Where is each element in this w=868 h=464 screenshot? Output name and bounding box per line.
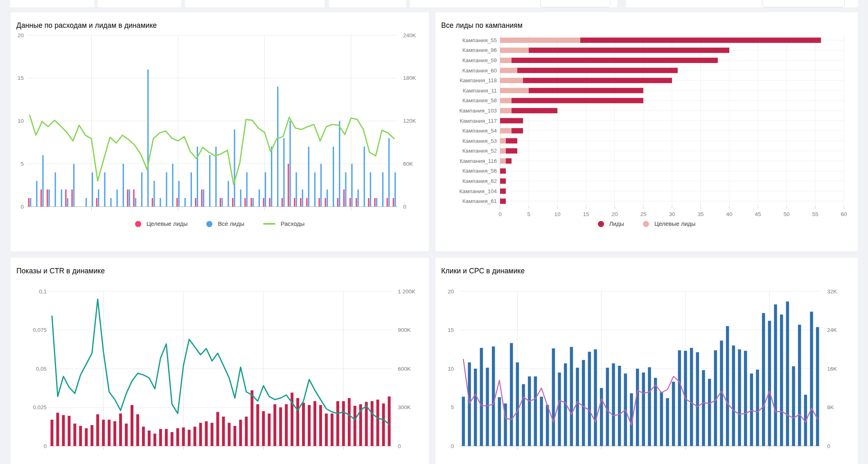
bar: [774, 304, 777, 446]
hbar-chart-leads-by-campaign: 051015202530354045505560Кампания_55Кампа…: [435, 12, 858, 251]
bar: [546, 405, 549, 446]
svg-text:24K: 24K: [827, 327, 837, 333]
bar-segment: [517, 68, 678, 73]
bar: [522, 384, 525, 446]
legend-item[interactable]: Расходы: [263, 221, 304, 227]
bar: [294, 198, 295, 207]
svg-text:60K: 60K: [403, 161, 413, 167]
bar-segment: [500, 108, 512, 113]
bar-segment: [500, 138, 506, 144]
bar: [726, 326, 729, 446]
svg-text:0: 0: [451, 443, 454, 449]
svg-text:35: 35: [697, 211, 703, 217]
bar: [68, 416, 70, 446]
legend-label: Все лиды: [218, 221, 244, 227]
bar: [708, 379, 711, 446]
chart-card-clicks-cpc: Клики и CPC в динамике 2032K1524K1016K58…: [435, 258, 858, 464]
bar: [178, 181, 180, 207]
bar: [480, 348, 483, 446]
bar-segment: [500, 148, 506, 153]
legend-item[interactable]: Все лиды: [206, 221, 244, 227]
svg-text:40: 40: [726, 211, 732, 217]
legend-item[interactable]: Целевые лиды: [135, 221, 188, 227]
svg-text:25: 25: [640, 211, 646, 217]
svg-text:5: 5: [20, 161, 24, 167]
bar: [337, 198, 338, 207]
svg-text:600K: 600K: [398, 366, 411, 372]
bar-segment: [500, 58, 512, 63]
bar: [319, 405, 322, 446]
bar: [660, 392, 663, 446]
bar: [582, 360, 585, 446]
category-label: Кампания_56: [462, 168, 497, 174]
svg-text:240K: 240K: [403, 32, 416, 38]
bar: [62, 415, 65, 446]
bar: [672, 382, 675, 446]
bar: [268, 414, 271, 446]
bar: [48, 189, 50, 207]
bar: [85, 428, 88, 446]
bar: [259, 189, 260, 207]
bar: [228, 423, 230, 446]
category-label: Кампания_11: [463, 88, 497, 94]
bar: [558, 372, 561, 446]
svg-text:15: 15: [18, 75, 24, 81]
svg-text:8K: 8K: [827, 404, 834, 410]
bar-segment: [529, 47, 729, 53]
bar-segment: [500, 158, 506, 164]
bar: [702, 370, 705, 446]
bar: [73, 423, 76, 446]
bar: [153, 181, 155, 207]
legend-item[interactable]: Лиды: [598, 221, 625, 227]
bar: [199, 423, 202, 446]
bar: [786, 302, 789, 446]
svg-text:0,1: 0,1: [39, 288, 47, 295]
bar: [239, 420, 242, 446]
bar: [351, 164, 352, 207]
svg-text:10: 10: [554, 211, 560, 217]
chart-legend: ЛидыЦелевые лиды: [435, 221, 858, 227]
svg-text:900K: 900K: [398, 327, 411, 333]
svg-text:0,05: 0,05: [36, 366, 47, 372]
bar: [160, 198, 161, 207]
bar-segment: [500, 68, 517, 73]
bar: [262, 411, 265, 446]
svg-text:20: 20: [448, 288, 454, 295]
bar: [86, 198, 87, 207]
bar: [96, 414, 99, 446]
bar: [285, 404, 288, 446]
bar-segment: [512, 128, 523, 133]
legend-label: Целевые лиды: [654, 221, 696, 227]
bar: [370, 172, 371, 207]
bar: [570, 347, 573, 446]
bar: [798, 325, 801, 446]
svg-text:0,025: 0,025: [33, 404, 47, 410]
bar: [295, 172, 297, 207]
svg-text:5: 5: [451, 404, 454, 410]
bar: [354, 406, 356, 446]
svg-text:15: 15: [583, 211, 589, 217]
filter-select[interactable]: [762, 0, 845, 7]
chart-card-impressions-ctr: Показы и CTR в динамике 0,11 200K0,07590…: [11, 258, 429, 464]
filter-select[interactable]: [540, 0, 611, 7]
bar: [516, 363, 519, 446]
bar: [618, 366, 621, 446]
bar: [136, 414, 139, 446]
bar-segment: [500, 189, 506, 194]
bar: [90, 425, 93, 446]
category-label: Кампания_53: [462, 138, 497, 144]
bar-segment: [506, 158, 512, 164]
bar-segment: [512, 58, 718, 63]
bar: [253, 198, 254, 207]
bar-segment: [506, 148, 517, 153]
bar: [141, 172, 142, 207]
bar: [263, 198, 264, 207]
svg-text:10: 10: [448, 366, 454, 372]
category-label: Кампания_62: [462, 178, 497, 184]
svg-text:0: 0: [827, 443, 830, 449]
bar: [368, 198, 369, 207]
legend-item[interactable]: Целевые лиды: [643, 221, 696, 227]
bar: [308, 146, 309, 207]
bar: [194, 427, 196, 446]
bar: [325, 414, 328, 446]
